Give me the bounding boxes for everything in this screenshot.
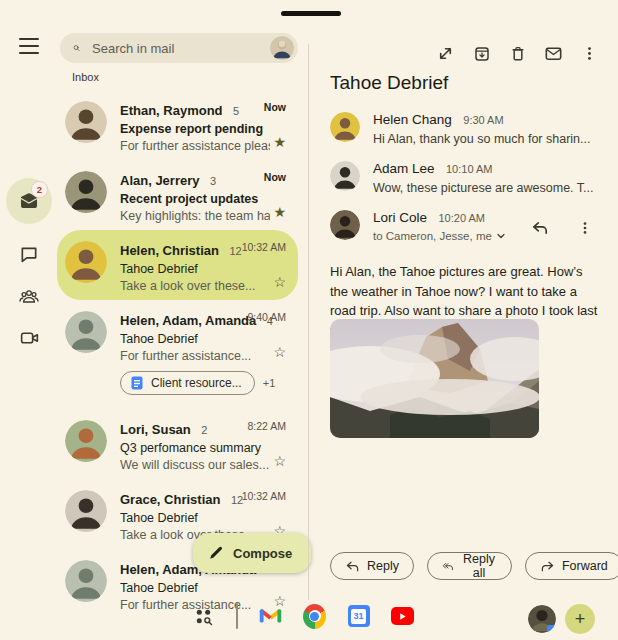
inbox-section-label: Inbox [72,71,99,83]
app-launcher-search-icon[interactable] [192,605,215,628]
thread-title: Tahoe Debrief [330,72,448,94]
sender-avatar [65,241,107,283]
email-list-item[interactable]: Helen, Adam, Amanda 4 Tahoe Debrief For … [57,300,298,409]
email-sender: Grace, Christian [120,492,220,507]
reply-icon [345,560,360,573]
attachment-chip[interactable]: Client resource... [120,371,255,395]
taskbar: 31 + [0,598,618,640]
avatar-notification-badge [547,625,556,633]
forward-button[interactable]: Forward [525,552,618,580]
thread-message[interactable]: Helen Chang 9:30 AM Hi Alan, thank you s… [330,110,598,146]
star-icon[interactable]: ★ [273,135,286,149]
youtube-app-icon[interactable] [391,605,414,628]
groups-people-icon [18,287,40,306]
email-thread-count: 12 [229,245,241,257]
reading-pane-toolbar [434,42,601,65]
email-sender: Helen, Adam, Amanda [120,313,256,328]
message-time: 9:30 AM [463,114,503,126]
more-vert-icon[interactable] [578,42,601,65]
taskbar-divider [236,603,238,629]
sender-avatar [65,420,107,462]
email-sender: Helen, Christian [120,243,219,258]
reply-button[interactable]: Reply [330,552,414,580]
thread-message[interactable]: Adam Lee 10:10 AM Wow, these picturese a… [330,159,598,195]
forward-icon [540,560,555,573]
reply-icon[interactable] [528,216,551,239]
pane-divider [308,44,309,600]
rail-chat-button[interactable] [6,234,52,274]
gmail-app-icon[interactable] [259,605,282,628]
attachment-more-count: +1 [263,377,276,389]
email-time: 9:40 AM [247,311,286,323]
chat-icon [19,245,39,264]
email-time: Now [264,101,286,113]
search-input[interactable] [90,40,270,57]
email-thread-count: 2 [201,424,207,436]
email-time: 10:32 AM [242,490,286,502]
sender-avatar [65,490,107,532]
calendar-app-icon[interactable]: 31 [347,605,370,628]
menu-icon[interactable] [19,38,39,54]
thread-message-list: Helen Chang 9:30 AM Hi Alan, thank you s… [330,110,598,255]
yosemite-photo-attachment[interactable] [330,319,539,438]
email-list-item[interactable]: Ethan, Raymond 5 Expense report pending … [57,90,298,160]
rail-meet-button[interactable] [6,318,52,358]
message-time: 10:10 AM [446,163,492,175]
rail-mail-button[interactable]: 2 [6,178,52,224]
sender-avatar [65,101,107,143]
more-vert-icon[interactable] [573,216,596,239]
email-sender: Lori, Susan [120,422,191,437]
sender-avatar [65,171,107,213]
email-sender: Alan, Jerrery [120,173,200,188]
delete-icon[interactable] [506,42,529,65]
email-list-item[interactable]: Lori, Susan 2 Q3 perfomance summary We w… [57,409,298,479]
email-list-item[interactable]: Alan, Jerrery 3 Recent project updates K… [57,160,298,230]
compose-label: Compose [233,546,292,561]
profile-avatar[interactable] [528,605,556,633]
message-time: 10:20 AM [438,212,484,224]
search-bar[interactable] [60,33,298,63]
chrome-app-icon[interactable] [303,605,326,628]
message-sender: Adam Lee [373,161,435,176]
star-icon[interactable]: ☆ [273,454,286,468]
compose-button[interactable]: Compose [193,533,311,573]
rail-spaces-button[interactable] [6,276,52,316]
sender-avatar [65,311,107,353]
docs-file-icon [130,376,144,390]
email-sender: Ethan, Raymond [120,103,223,118]
reply-action-bar: Reply Reply all Forward [330,552,618,580]
email-list-item[interactable]: Helen, Christian 12 Tahoe Debrief Take a… [57,230,298,300]
new-window-plus-button[interactable]: + [565,604,595,634]
message-sender: Helen Chang [373,112,452,127]
open-in-full-icon[interactable] [434,42,457,65]
email-time: Now [264,171,286,183]
mail-unread-icon[interactable] [542,42,565,65]
star-icon[interactable]: ★ [273,205,286,219]
search-icon [73,40,80,56]
star-icon[interactable]: ☆ [273,275,286,289]
message-snippet: Hi Alan, thank you so much for sharin... [373,132,598,146]
email-subject: Tahoe Debrief [120,581,290,595]
left-rail: 2 [6,178,52,360]
video-camera-icon [19,329,40,347]
message-avatar [330,210,360,240]
message-snippet: Wow, these picturese are awesome. T... [373,181,598,195]
account-avatar[interactable] [270,36,294,60]
message-sender: Lori Cole [373,210,427,225]
chevron-down-icon [496,231,506,241]
message-avatar [330,112,360,142]
sender-avatar [65,560,107,602]
reply-all-button[interactable]: Reply all [427,552,512,580]
email-thread-count: 3 [210,175,216,187]
attachment-chip-label: Client resource... [151,376,242,390]
thread-message[interactable]: Lori Cole 10:20 AM to Cameron, Jesse, me [330,208,598,242]
email-time: 10:32 AM [242,241,286,253]
device-top-handle [281,11,341,16]
message-avatar [330,161,360,191]
email-snippet: For further assistance please... [120,139,270,153]
archive-icon[interactable] [470,42,493,65]
calendar-day: 31 [351,609,366,624]
star-icon[interactable]: ☆ [273,345,286,359]
pencil-icon [208,545,224,561]
reply-all-icon [442,560,454,573]
